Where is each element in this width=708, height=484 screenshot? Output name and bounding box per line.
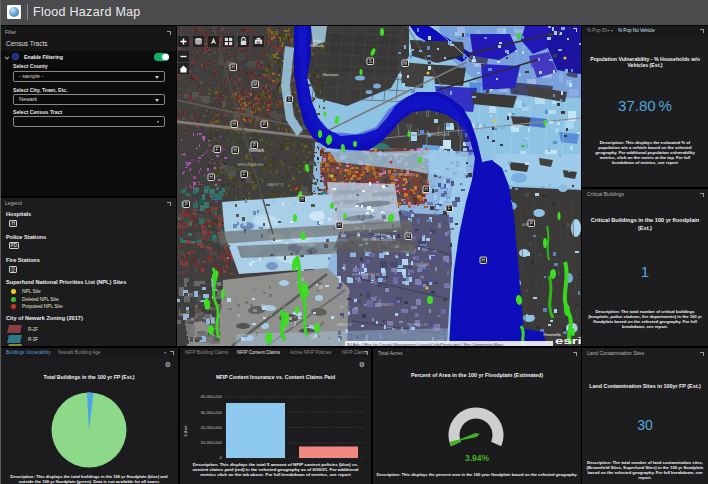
svg-text:HARRISON AVE: HARRISON AVE <box>427 133 449 137</box>
svg-text:P: P <box>263 122 266 127</box>
svg-text:S: S <box>288 97 291 102</box>
svg-text:RAYMOND BLVD: RAYMOND BLVD <box>392 173 416 177</box>
svg-text:NJ Adv, Office for Coastal Man: NJ Adv, Office for Coastal Management (c… <box>347 342 503 346</box>
svg-text:P: P <box>253 143 256 148</box>
svg-text:S: S <box>369 59 372 64</box>
svg-text:20,000,000: 20,000,000 <box>200 425 222 430</box>
svg-text:30,000,000: 30,000,000 <box>200 410 222 415</box>
svg-text:Powered by: Powered by <box>544 333 561 337</box>
svg-text:H: H <box>425 187 428 192</box>
svg-text:Harrison: Harrison <box>323 72 338 77</box>
svg-text:10,000,000: 10,000,000 <box>200 440 222 445</box>
svg-text:P: P <box>530 221 533 226</box>
svg-text:esri: esri <box>555 336 581 346</box>
svg-text:H: H <box>301 197 304 202</box>
svg-text:H: H <box>234 148 237 153</box>
svg-text:EXPRESS PORT ST: EXPRESS PORT ST <box>352 273 380 277</box>
svg-text:H: H <box>338 223 341 228</box>
svg-text:H: H <box>482 258 485 263</box>
svg-text:M: M <box>403 61 407 66</box>
svg-text:F: F <box>448 206 451 211</box>
svg-text:H: H <box>233 122 236 127</box>
svg-text:WILSON AVE: WILSON AVE <box>297 243 315 247</box>
svg-text:CORBIN ST: CORBIN ST <box>377 303 394 307</box>
svg-text:M: M <box>406 234 410 239</box>
svg-text:$ Amt: $ Amt <box>183 425 188 437</box>
svg-text:F: F <box>243 172 246 177</box>
svg-text:MARSH ST: MARSH ST <box>337 323 353 327</box>
svg-text:M: M <box>253 82 257 87</box>
svg-text:Newark: Newark <box>310 43 324 48</box>
svg-text:H: H <box>210 175 213 180</box>
svg-text:OAK ISLAND JUNCTION: OAK ISLAND JUNCTION <box>362 238 396 242</box>
svg-text:TRUMBULL ST: TRUMBULL ST <box>407 323 428 327</box>
svg-text:P: P <box>185 202 188 207</box>
svg-text:0: 0 <box>220 455 223 460</box>
svg-text:F: F <box>216 147 219 152</box>
svg-text:SPRINGFIELD AVE: SPRINGFIELD AVE <box>237 163 263 167</box>
svg-text:MARKET ST: MARKET ST <box>267 183 284 187</box>
svg-text:H: H <box>232 65 235 70</box>
svg-text:PASSAIC RIVERFRONT: PASSAIC RIVERFRONT <box>377 153 410 157</box>
svg-text:PORT NEWARK: PORT NEWARK <box>407 263 429 267</box>
svg-text:40,000,000: 40,000,000 <box>200 394 222 399</box>
